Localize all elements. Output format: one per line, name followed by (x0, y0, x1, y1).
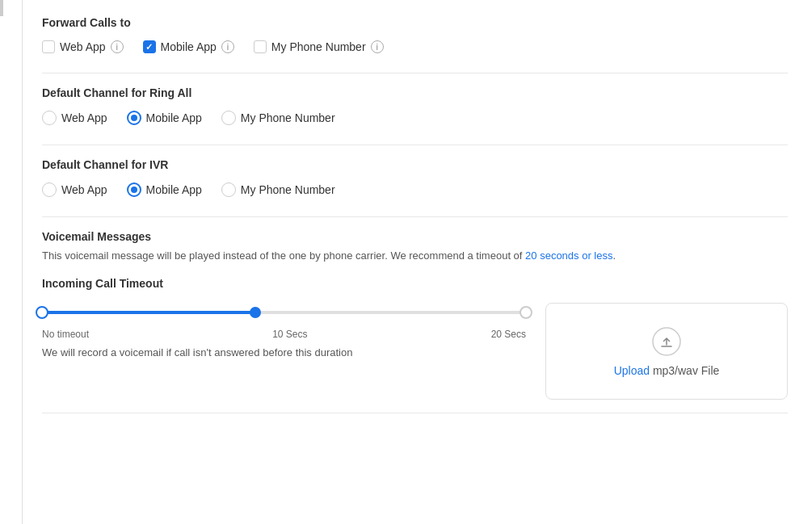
ivr-options: Web App Mobile App My Phone Number (42, 182, 788, 197)
ivr-phone-number-radio[interactable] (221, 182, 236, 197)
ivr-mobile-app-option[interactable]: Mobile App (127, 182, 202, 197)
forward-phone-number-option[interactable]: My Phone Number i (254, 40, 384, 53)
forward-calls-section: Forward Calls to Web App i Mobile App i (42, 16, 788, 53)
scroll-thumb (0, 0, 3, 16)
ivr-web-app-option[interactable]: Web App (42, 182, 107, 197)
incoming-timeout-title: Incoming Call Timeout (42, 277, 788, 290)
forward-web-app-info-icon[interactable]: i (111, 40, 124, 53)
voicemail-section: Voicemail Messages This voicemail messag… (42, 230, 788, 264)
ivr-mobile-app-radio[interactable] (127, 182, 141, 197)
slider-label-end: 20 Secs (491, 329, 526, 340)
forward-web-app-option[interactable]: Web App i (42, 40, 124, 53)
ring-all-web-app-label: Web App (61, 111, 107, 124)
slider-thumb-mid[interactable] (250, 307, 261, 318)
slider-container: No timeout 10 Secs 20 Secs We will recor… (42, 303, 526, 358)
ivr-title: Default Channel for IVR (42, 158, 788, 171)
forward-phone-number-checkbox[interactable] (254, 40, 267, 53)
slider-fill (42, 311, 255, 314)
slider-wrapper (42, 303, 526, 322)
forward-web-app-checkbox[interactable] (42, 40, 55, 53)
timeout-content: No timeout 10 Secs 20 Secs We will recor… (42, 303, 788, 400)
forward-mobile-app-option[interactable]: Mobile App i (143, 40, 234, 53)
ring-all-web-app-option[interactable]: Web App (42, 111, 107, 125)
ring-all-phone-number-radio[interactable] (221, 111, 236, 125)
upload-icon (650, 325, 683, 358)
forward-mobile-app-info-icon[interactable]: i (221, 40, 234, 53)
slider-label-start: No timeout (42, 329, 89, 340)
ivr-section: Default Channel for IVR Web App Mobile A… (42, 158, 788, 197)
ivr-phone-number-option[interactable]: My Phone Number (221, 182, 335, 197)
ring-all-phone-number-label: My Phone Number (241, 111, 335, 124)
forward-phone-number-label: My Phone Number (271, 40, 366, 53)
ring-all-phone-number-option[interactable]: My Phone Number (221, 111, 335, 125)
ring-all-title: Default Channel for Ring All (42, 86, 788, 99)
ring-all-web-app-radio[interactable] (42, 111, 57, 125)
upload-label: Upload mp3/wav File (614, 364, 720, 377)
ring-all-mobile-app-radio[interactable] (127, 111, 141, 125)
ring-all-mobile-app-label: Mobile App (146, 111, 202, 124)
divider-1 (42, 73, 788, 73)
ivr-web-app-radio[interactable] (42, 182, 57, 197)
slider-labels: No timeout 10 Secs 20 Secs (42, 329, 526, 340)
slider-track (42, 311, 526, 314)
forward-mobile-app-label: Mobile App (161, 40, 217, 53)
ivr-web-app-label: Web App (61, 183, 107, 196)
ring-all-section: Default Channel for Ring All Web App Mob… (42, 86, 788, 125)
main-content: Forward Calls to Web App i Mobile App i (23, 0, 812, 524)
slider-thumb-end[interactable] (520, 306, 532, 319)
upload-box[interactable]: Upload mp3/wav File (545, 303, 788, 400)
ivr-mobile-app-label: Mobile App (146, 183, 202, 196)
divider-4 (42, 413, 788, 413)
ring-all-mobile-app-option[interactable]: Mobile App (127, 111, 202, 125)
upload-link[interactable]: Upload (614, 364, 650, 377)
slider-thumb-start[interactable] (36, 306, 48, 319)
forward-phone-number-info-icon[interactable]: i (371, 40, 384, 53)
incoming-timeout-section: Incoming Call Timeout (42, 277, 788, 400)
voicemail-link[interactable]: 20 seconds or less (525, 249, 612, 262)
slider-label-mid: 10 Secs (272, 329, 307, 340)
left-scroll-bar (0, 0, 23, 524)
divider-3 (42, 216, 788, 217)
ring-all-options: Web App Mobile App My Phone Number (42, 111, 788, 125)
voicemail-description: This voicemail message will be played in… (42, 248, 788, 264)
divider-2 (42, 145, 788, 145)
forward-calls-title: Forward Calls to (42, 16, 788, 29)
forward-web-app-label: Web App (60, 40, 106, 53)
forward-mobile-app-checkbox[interactable] (143, 40, 156, 53)
voicemail-title: Voicemail Messages (42, 230, 788, 243)
slider-note: We will record a voicemail if call isn't… (42, 346, 526, 358)
forward-calls-options: Web App i Mobile App i My Phone Number i (42, 40, 788, 53)
ivr-phone-number-label: My Phone Number (241, 183, 335, 196)
